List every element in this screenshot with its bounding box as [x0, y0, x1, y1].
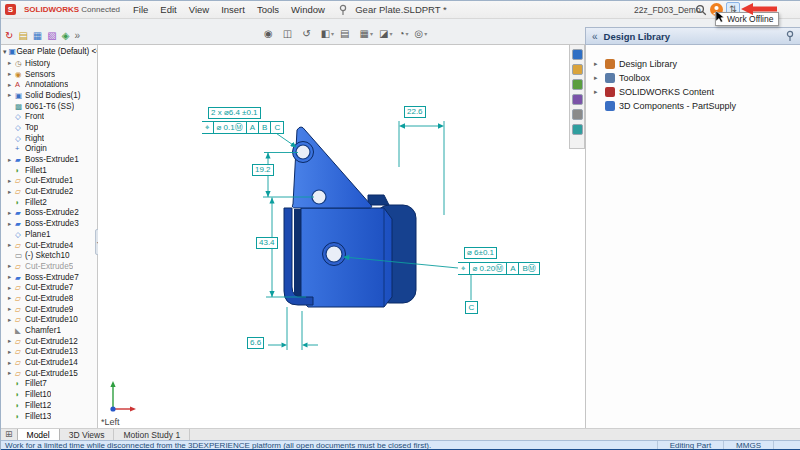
feature-tree-item[interactable]: ▸ ▱ Cut-Extrude7	[8, 282, 97, 293]
configurationmanager-tab-icon[interactable]: ▧	[47, 30, 56, 42]
library-tree-item[interactable]: ▸ 3D Components - PartSupply	[586, 99, 800, 113]
expand-arrow-icon[interactable]: ▸	[8, 91, 15, 99]
expand-arrow-icon[interactable]: ▸	[8, 177, 15, 185]
forum-tab[interactable]	[572, 124, 583, 135]
expand-arrow-icon[interactable]: ▸	[8, 348, 15, 356]
dimension-offset[interactable]: 6.6	[247, 337, 264, 349]
hide-show-items-icon[interactable]: ◔ ▾	[398, 28, 410, 39]
feature-tree-item[interactable]: ▸ + Origin	[8, 144, 97, 155]
library-tree-item[interactable]: ▸ Toolbox	[586, 71, 800, 85]
feature-tree-root[interactable]: ▾ ▣ Gear Plate (Default) <<Defa	[1, 45, 97, 58]
hole-callout-2[interactable]: ⌀ 6±0.1	[464, 247, 497, 259]
display-style-icon[interactable]: ◪ ▾	[378, 28, 393, 39]
section-view-icon[interactable]: ◧ ▾	[320, 28, 335, 39]
propertymanager-tab-icon[interactable]: ▦	[33, 30, 42, 42]
search-icon[interactable]	[695, 4, 707, 16]
expand-arrow-icon[interactable]: ▸	[594, 60, 601, 68]
feature-tree-item[interactable]: ▸ ◗ Fillet2	[8, 197, 97, 208]
dimension-height-upper[interactable]: 19.2	[252, 164, 274, 176]
hole-callout[interactable]: 2 x ⌀6.4 ±0.1	[208, 107, 261, 119]
feature-tree-item[interactable]: ▸ ▰ Boss-Extrude2	[8, 208, 97, 219]
menu-item[interactable]: Tools	[252, 3, 284, 16]
feature-tree-item[interactable]: ▸ ◗ Fillet7	[8, 379, 97, 390]
feature-tree-item[interactable]: ▸ ▱ Cut-Extrude1	[8, 176, 97, 187]
expand-arrow-icon[interactable]: ▸	[8, 220, 15, 228]
expand-arrow-icon[interactable]: ▸	[8, 241, 15, 249]
document-tab[interactable]: 3D Views	[60, 429, 115, 440]
expand-arrow-icon[interactable]: ▸	[8, 273, 15, 281]
expand-arrow-icon[interactable]: ▸	[594, 88, 601, 96]
previous-view-icon[interactable]: ↺ ▾	[301, 28, 315, 39]
dimension-height-lower[interactable]: 43.4	[256, 237, 278, 249]
feature-tree-item[interactable]: ▸ ▱ Cut-Extrude2	[8, 186, 97, 197]
refresh-tab-icon[interactable]: ↻	[5, 30, 13, 42]
feature-tree-item[interactable]: ▸ ▱ Cut-Extrude13	[8, 347, 97, 358]
units-label[interactable]: MMGS	[723, 441, 773, 449]
feature-tree-item[interactable]: ▸ ▱ Cut-Extrude4	[8, 240, 97, 251]
feature-tree-item[interactable]: ▸ ◉ Sensors	[8, 69, 97, 80]
menu-item[interactable]: View	[184, 3, 214, 16]
dimxpertmanager-tab-icon[interactable]: ◈	[62, 30, 70, 42]
feature-tree-item[interactable]: ▸ ▩ 6061-T6 (SS)	[8, 101, 97, 112]
feature-tree-item[interactable]: ▸ ▱ Cut-Extrude14	[8, 357, 97, 368]
view-palette-tab[interactable]	[572, 79, 583, 90]
feature-tree-item[interactable]: ▸ ▱ Cut-Extrude9	[8, 304, 97, 315]
feature-tree-item[interactable]: ▸ ▱ Cut-Extrude8	[8, 293, 97, 304]
menu-item[interactable]: Edit	[155, 3, 181, 16]
feature-tree-item[interactable]: ▸ ◇ Plane1	[8, 229, 97, 240]
feature-tree-item[interactable]: ▸ ◇ Front	[8, 111, 97, 122]
feature-tree-item[interactable]: ▸ ▱ Cut-Extrude12	[8, 336, 97, 347]
document-tab[interactable]: Model	[17, 429, 60, 440]
edit-appearance-icon[interactable]: ◎ ▾	[414, 28, 429, 39]
expand-arrow-icon[interactable]: ▸	[8, 369, 15, 377]
feature-tree-item[interactable]: ▸ ◇ Top	[8, 122, 97, 133]
expand-arrow-icon[interactable]: ▸	[8, 81, 15, 89]
expand-arrow-icon[interactable]: ▸	[8, 262, 15, 270]
expand-arrow-icon[interactable]: ▸	[8, 188, 15, 196]
appearances-tab[interactable]	[572, 94, 583, 105]
gdt-frame[interactable]: ⌖⌀ 0.1ⓂABC	[202, 121, 284, 134]
feature-tree-item[interactable]: ▸ ▰ Boss-Extrude1	[8, 154, 97, 165]
feature-tree-item[interactable]: ▸ ▰ Boss-Extrude3	[8, 218, 97, 229]
library-tree-item[interactable]: ▸ SOLIDWORKS Content	[586, 85, 800, 99]
expand-arrow-icon[interactable]: ▸	[8, 337, 15, 345]
expand-arrow-icon[interactable]: ▸	[8, 156, 15, 164]
datum-c-label[interactable]: C	[465, 301, 478, 314]
document-tab[interactable]: Motion Study 1	[114, 429, 190, 440]
split-view-icon[interactable]: ⊞	[1, 429, 17, 440]
menu-item[interactable]: File	[128, 3, 153, 16]
feature-tree-item[interactable]: ▸ ▱ Cut-Extrude10	[8, 315, 97, 326]
design-library-tab[interactable]	[572, 49, 583, 60]
expand-arrow-icon[interactable]: ▸	[8, 294, 15, 302]
feature-tree-item[interactable]: ▸ ◗ Fillet10	[8, 389, 97, 400]
expand-arrow-icon[interactable]: ▸	[8, 359, 15, 367]
feature-tree-item[interactable]: ▸ ◇ Right	[8, 133, 97, 144]
feature-tree-item[interactable]: ▸ ▱ Cut-Extrude5	[8, 261, 97, 272]
graphics-viewport[interactable]: 2 x ⌀6.4 ±0.1 ⌖⌀ 0.1ⓂABC 22.6 19.2 43.4 …	[98, 45, 569, 428]
menu-item[interactable]: Insert	[216, 3, 250, 16]
expand-arrow-icon[interactable]: ▸	[8, 284, 15, 292]
expand-arrow-icon[interactable]: ▸	[8, 59, 15, 67]
feature-tree-item[interactable]: ▸ ▣ Solid Bodies(1)	[8, 90, 97, 101]
library-tree-item[interactable]: ▸ Design Library	[586, 57, 800, 71]
view-orientation-icon[interactable]: ▦ ▾	[359, 28, 374, 39]
gdt-frame-2[interactable]: ⌖⌀ 0.20ⓂABⓂ	[458, 262, 540, 275]
file-explorer-tab[interactable]	[572, 64, 583, 75]
feature-tree-item[interactable]: ▸ ▰ Boss-Extrude7	[8, 272, 97, 283]
feature-tree-item[interactable]: ▸ ▱ Cut-Extrude15	[8, 368, 97, 379]
expand-arrow-icon[interactable]: ▸	[8, 209, 15, 217]
feature-tree-item[interactable]: ▸ ◗ Fillet1	[8, 165, 97, 176]
featuremanager-tab-icon[interactable]: ▤	[18, 30, 27, 42]
zoom-fit-icon[interactable]: ◉ ▾	[263, 28, 278, 39]
expand-arrow-icon[interactable]: ▸	[8, 316, 15, 324]
feature-tree-item[interactable]: ▸ ◗ Fillet13	[8, 411, 97, 422]
expand-arrow-icon[interactable]: ▸	[8, 305, 15, 313]
zoom-area-icon[interactable]: ◫ ▾	[282, 28, 297, 39]
feature-tree-item[interactable]: ▸ A Annotations	[8, 79, 97, 90]
expand-arrow-icon[interactable]: ▸	[8, 70, 15, 78]
annotation-views-icon[interactable]: ▤ ▾	[339, 28, 354, 39]
feature-tree-item[interactable]: ▸ ◣ Chamfer1	[8, 325, 97, 336]
custom-properties-tab[interactable]	[572, 109, 583, 120]
pin-icon[interactable]	[785, 30, 795, 42]
dimension-width[interactable]: 22.6	[404, 106, 426, 118]
